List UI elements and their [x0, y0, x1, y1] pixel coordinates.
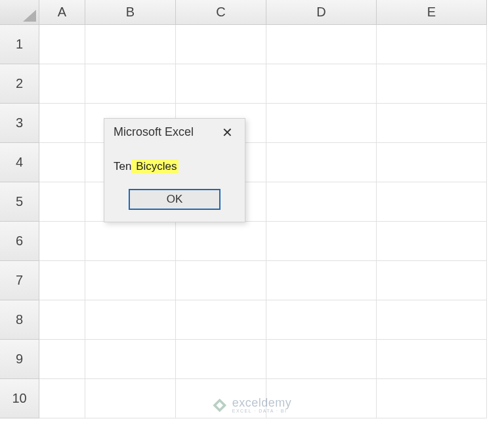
row-header-6[interactable]: 6: [0, 222, 39, 261]
cell[interactable]: [266, 340, 377, 379]
cell[interactable]: [39, 261, 85, 300]
cell[interactable]: [377, 143, 487, 182]
row-header-7[interactable]: 7: [0, 261, 39, 300]
cell[interactable]: [377, 182, 487, 222]
cell[interactable]: [176, 300, 266, 340]
cell[interactable]: [266, 25, 377, 64]
col-header-e[interactable]: E: [377, 0, 487, 25]
cell[interactable]: [377, 379, 487, 418]
dialog-title: Microsoft Excel: [114, 125, 194, 139]
cell[interactable]: [39, 143, 85, 182]
row-header-1[interactable]: 1: [0, 25, 39, 64]
dialog-titlebar[interactable]: Microsoft Excel ✕: [104, 119, 245, 144]
cell[interactable]: [176, 340, 266, 379]
row-header-3[interactable]: 3: [0, 104, 39, 143]
cell[interactable]: [39, 25, 85, 64]
cell[interactable]: [176, 222, 266, 261]
dialog-message: Ten Bicycles: [104, 144, 245, 185]
spreadsheet-grid: A B C D E 1 2 3 4 5 6 7 8 9: [0, 0, 504, 418]
col-header-b[interactable]: B: [85, 0, 176, 25]
message-text-prefix: Ten: [114, 160, 131, 172]
cell[interactable]: [85, 340, 176, 379]
watermark-sub: EXCEL · DATA · BI: [232, 409, 292, 413]
select-all-corner[interactable]: [0, 0, 39, 25]
cell[interactable]: [39, 104, 85, 143]
col-header-c[interactable]: C: [176, 0, 266, 25]
cell[interactable]: [377, 261, 487, 300]
row-header-8[interactable]: 8: [0, 300, 39, 340]
dialog-footer: OK: [104, 185, 245, 222]
cell[interactable]: [266, 64, 377, 104]
cell[interactable]: [39, 182, 85, 222]
cell[interactable]: [176, 261, 266, 300]
cell[interactable]: [266, 222, 377, 261]
cell[interactable]: [377, 340, 487, 379]
cell[interactable]: [39, 64, 85, 104]
watermark-text: exceldemy EXCEL · DATA · BI: [232, 397, 292, 413]
cell[interactable]: [266, 300, 377, 340]
cell[interactable]: [266, 104, 377, 143]
message-text-highlight: Bicycles: [131, 159, 178, 173]
row-header-10[interactable]: 10: [0, 379, 39, 418]
cell[interactable]: [85, 379, 176, 418]
cell[interactable]: [85, 25, 176, 64]
cell[interactable]: [266, 143, 377, 182]
message-box-dialog: Microsoft Excel ✕ Ten Bicycles OK: [104, 118, 245, 222]
cell[interactable]: [176, 64, 266, 104]
close-icon[interactable]: ✕: [218, 126, 237, 139]
exceldemy-logo-icon: [213, 398, 227, 413]
cell[interactable]: [377, 104, 487, 143]
cell[interactable]: [266, 182, 377, 222]
cell[interactable]: [377, 25, 487, 64]
watermark-main: exceldemy: [232, 397, 292, 409]
cell[interactable]: [85, 64, 176, 104]
cell[interactable]: [39, 222, 85, 261]
cell[interactable]: [377, 222, 487, 261]
col-header-d[interactable]: D: [266, 0, 377, 25]
watermark: exceldemy EXCEL · DATA · BI: [213, 397, 292, 413]
cell[interactable]: [85, 261, 176, 300]
col-header-a[interactable]: A: [39, 0, 85, 25]
cell[interactable]: [176, 25, 266, 64]
cell[interactable]: [39, 300, 85, 340]
cell[interactable]: [39, 379, 85, 418]
row-header-9[interactable]: 9: [0, 340, 39, 379]
cell[interactable]: [377, 64, 487, 104]
row-header-2[interactable]: 2: [0, 64, 39, 104]
ok-button[interactable]: OK: [129, 189, 220, 210]
cell[interactable]: [39, 340, 85, 379]
cell[interactable]: [266, 261, 377, 300]
row-header-4[interactable]: 4: [0, 143, 39, 182]
row-header-5[interactable]: 5: [0, 182, 39, 222]
cell[interactable]: [85, 300, 176, 340]
cell[interactable]: [377, 300, 487, 340]
cell[interactable]: [85, 222, 176, 261]
